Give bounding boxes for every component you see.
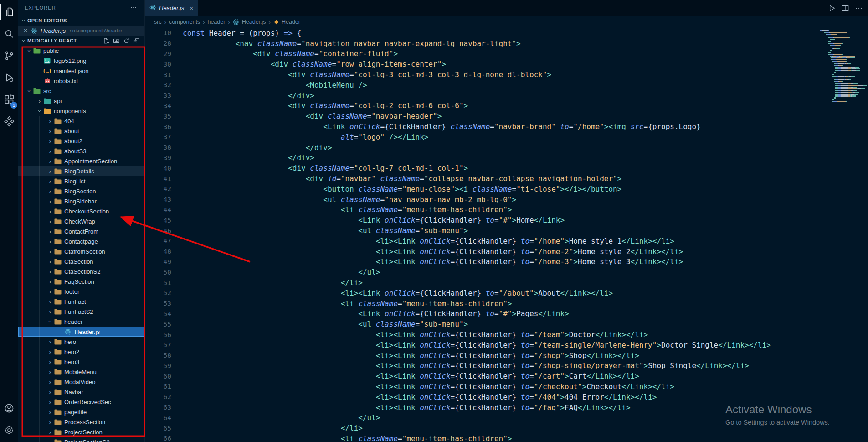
tree-folder-hero[interactable]: ›hero — [18, 337, 144, 347]
workspace-collapse-all-icon[interactable] — [132, 36, 141, 45]
workspace-header[interactable]: › MEDICALLY REACT — [18, 36, 144, 46]
code-line-62[interactable]: 62 <li><Link onClick={ClickHandler} to="… — [145, 392, 817, 402]
code-line-33[interactable]: 33 </div> — [145, 90, 817, 101]
chevron-right-icon[interactable]: › — [46, 399, 54, 406]
code-line-41[interactable]: 41 <div id="navbar" className="collapse … — [145, 173, 817, 184]
chevron-down-icon[interactable]: › — [36, 107, 43, 114]
activity-bar-accounts-icon[interactable] — [0, 397, 18, 419]
code-line-60[interactable]: 60 <li><Link onClick={ClickHandler} to="… — [145, 371, 817, 381]
code-line-43[interactable]: 43 <ul className="nav navbar-nav mb-2 mb… — [145, 194, 817, 205]
activity-bar-extensions-icon[interactable]: 1 — [0, 88, 18, 110]
chevron-right-icon[interactable]: › — [46, 228, 54, 235]
tree-folder-about[interactable]: ›about — [18, 126, 144, 136]
breadcrumb-item-header[interactable]: header — [207, 19, 225, 25]
chevron-right-icon[interactable]: › — [46, 258, 54, 265]
code-line-37[interactable]: 37 alt="logo" /></Link> — [145, 132, 817, 142]
code-line-53[interactable]: 53 <li className="menu-item-has-children… — [145, 298, 817, 309]
close-icon[interactable]: × — [190, 5, 193, 12]
tree-folder-faqsection[interactable]: ›FaqSection — [18, 276, 144, 286]
tree-file-robots-txt[interactable]: ›robots.txt — [18, 76, 144, 86]
chevron-right-icon[interactable]: › — [46, 419, 54, 426]
tree-folder-hero2[interactable]: ›hero2 — [18, 347, 144, 357]
tree-folder-blogsection[interactable]: ›BlogSection — [18, 186, 144, 196]
code-line-51[interactable]: 51 </li> — [145, 277, 817, 288]
tree-folder-api[interactable]: ›api — [18, 96, 144, 106]
chevron-right-icon[interactable]: › — [46, 208, 54, 215]
workspace-new-file-icon[interactable] — [102, 36, 111, 45]
code-line-28[interactable]: 28 <nav className="navigation navbar nav… — [145, 38, 817, 49]
code-line-50[interactable]: 50 </ul> — [145, 267, 817, 277]
tree-folder-contactpage[interactable]: ›Contactpage — [18, 236, 144, 246]
code-line-48[interactable]: 48 <li><Link onClick={ClickHandler} to="… — [145, 246, 817, 257]
breadcrumb-item-src[interactable]: src — [154, 19, 162, 25]
chevron-right-icon[interactable]: › — [46, 118, 54, 125]
code-line-35[interactable]: 35 <div className="navbar-header"> — [145, 111, 817, 121]
activity-bar-settings-icon[interactable] — [0, 419, 18, 441]
chevron-down-icon[interactable]: › — [26, 47, 33, 54]
tree-folder-checkwrap[interactable]: ›CheckWrap — [18, 216, 144, 226]
code-line-10[interactable]: 10const Header = (props) => { — [145, 28, 817, 38]
tree-folder-about2[interactable]: ›about2 — [18, 136, 144, 146]
chevron-down-icon[interactable]: › — [47, 318, 54, 325]
chevron-right-icon[interactable]: › — [46, 248, 54, 255]
tree-folder-modalvideo[interactable]: ›ModalVideo — [18, 377, 144, 387]
code-line-61[interactable]: 61 <li><Link onClick={ClickHandler} to="… — [145, 381, 817, 392]
code-line-39[interactable]: 39 </div> — [145, 153, 817, 163]
code-line-64[interactable]: 64 </ul> — [145, 412, 817, 423]
tree-folder-projectsection[interactable]: ›ProjectSection — [18, 427, 144, 437]
open-editors-header[interactable]: › OPEN EDITORS — [18, 16, 144, 26]
code-line-44[interactable]: 44 <li className="menu-item-has-children… — [145, 205, 817, 215]
chevron-right-icon[interactable]: › — [46, 128, 54, 135]
code-line-40[interactable]: 40 <div className="col-lg-7 col-md-1 col… — [145, 163, 817, 173]
chevron-right-icon[interactable]: › — [46, 178, 54, 185]
tree-file-manifest-json[interactable]: ›{…}manifest.json — [18, 66, 144, 76]
code-line-30[interactable]: 30 <div className="row align-items-cente… — [145, 59, 817, 69]
activity-bar-source-control-icon[interactable] — [0, 45, 18, 67]
tree-folder-checkoutsection[interactable]: ›CheckoutSection — [18, 206, 144, 216]
chevron-right-icon[interactable]: › — [46, 168, 54, 175]
tree-folder-components[interactable]: ›components — [18, 106, 144, 116]
code-line-58[interactable]: 58 <li><Link onClick={ClickHandler} to="… — [145, 350, 817, 361]
code-line-56[interactable]: 56 <li><Link onClick={ClickHandler} to="… — [145, 329, 817, 340]
code-line-36[interactable]: 36 <Link onClick={ClickHandler} classNam… — [145, 121, 817, 132]
chevron-right-icon[interactable]: › — [46, 348, 54, 355]
tree-folder-mobilemenu[interactable]: ›MobileMenu — [18, 367, 144, 377]
code-line-59[interactable]: 59 <li><Link onClick={ClickHandler} to="… — [145, 361, 817, 371]
open-editor-item-header-js[interactable]: × Header.js src\components\header — [18, 26, 144, 36]
chevron-right-icon[interactable]: › — [46, 429, 54, 436]
code-line-52[interactable]: 52 <li><Link onClick={ClickHandler} to="… — [145, 288, 817, 298]
tree-folder-404[interactable]: ›404 — [18, 116, 144, 126]
code-editor[interactable]: 10const Header = (props) => {28 <nav cla… — [145, 28, 817, 442]
code-line-57[interactable]: 57 <li><Link onClick={ClickHandler} to="… — [145, 340, 817, 350]
code-line-49[interactable]: 49 <li><Link onClick={ClickHandler} to="… — [145, 257, 817, 267]
tree-folder-orderrecivedsec[interactable]: ›OrderRecivedSec — [18, 397, 144, 407]
chevron-right-icon[interactable]: › — [46, 218, 54, 225]
code-line-54[interactable]: 54 <Link onClick={ClickHandler} to="#">P… — [145, 309, 817, 319]
code-line-63[interactable]: 63 <li><Link onClick={ClickHandler} to="… — [145, 402, 817, 413]
tree-folder-contactfrom[interactable]: ›ContactFrom — [18, 226, 144, 236]
editor-action-split-editor-icon[interactable] — [841, 4, 850, 13]
editor-action-more-icon[interactable] — [854, 4, 863, 13]
tree-file-logo512-png[interactable]: ›logo512.png — [18, 56, 144, 66]
code-line-66[interactable]: 66 <li className="menu-item-has-children… — [145, 433, 817, 442]
tree-folder-funfact[interactable]: ›FunFact — [18, 296, 144, 307]
chevron-right-icon[interactable]: › — [46, 288, 54, 295]
editor-action-run-icon[interactable] — [827, 4, 836, 13]
tree-folder-navbar[interactable]: ›Navbar — [18, 387, 144, 397]
chevron-right-icon[interactable]: › — [46, 359, 54, 365]
tree-folder-src[interactable]: ›src — [18, 86, 144, 96]
workspace-refresh-icon[interactable] — [122, 36, 131, 45]
chevron-right-icon[interactable]: › — [46, 338, 54, 345]
chevron-right-icon[interactable]: › — [46, 409, 54, 416]
code-line-47[interactable]: 47 <li><Link onClick={ClickHandler} to="… — [145, 236, 817, 246]
tree-folder-ctasection[interactable]: ›CtaSection — [18, 256, 144, 266]
chevron-right-icon[interactable]: › — [46, 138, 54, 145]
tree-folder-blogsidebar[interactable]: ›BlogSidebar — [18, 196, 144, 206]
tab-header-js[interactable]: Header.js × — [145, 0, 198, 16]
code-line-38[interactable]: 38 </div> — [145, 142, 817, 153]
chevron-right-icon[interactable]: › — [46, 379, 54, 385]
tree-folder-pagetitle[interactable]: ›pagetitle — [18, 407, 144, 417]
code-line-46[interactable]: 46 <ul className="sub-menu"> — [145, 225, 817, 236]
activity-bar-explorer-icon[interactable] — [0, 1, 18, 23]
code-line-42[interactable]: 42 <button className="menu-close"><i cla… — [145, 184, 817, 194]
